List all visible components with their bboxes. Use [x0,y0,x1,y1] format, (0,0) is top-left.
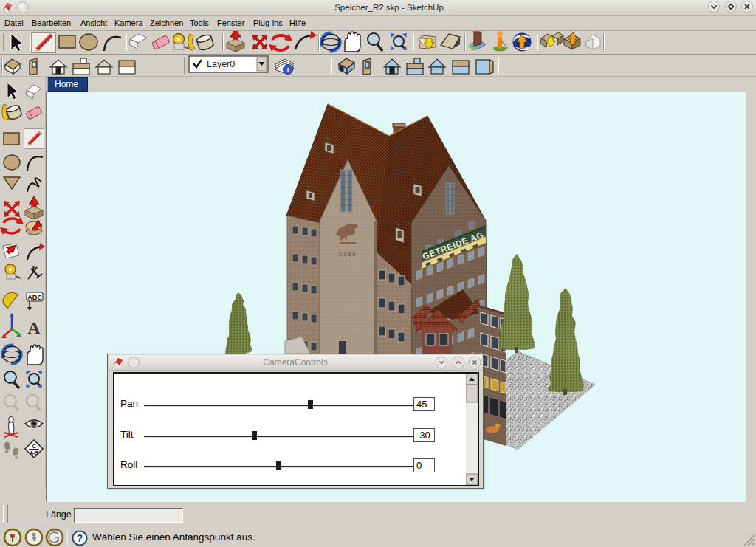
svg-text:A: A [27,318,41,337]
svg-text:1936: 1936 [339,251,357,258]
svg-text:C: C [32,444,35,449]
svg-text:A-5: A-5 [30,450,38,455]
svg-text:ABC: ABC [27,294,42,301]
svg-text:?: ? [77,532,83,544]
svg-text:Layer0: Layer0 [207,59,235,69]
